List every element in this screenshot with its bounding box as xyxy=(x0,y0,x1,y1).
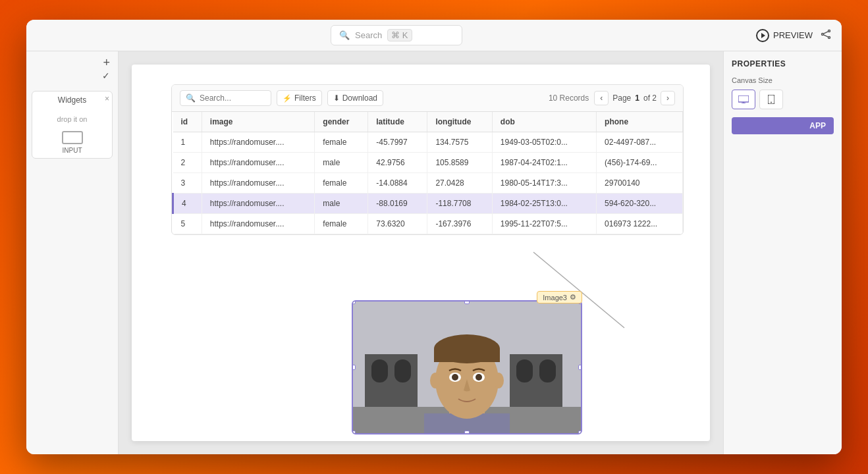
table-toolbar: 🔍 ⚡ Filters ⬇ Download xyxy=(172,85,683,112)
drop-hint: drop it on xyxy=(39,115,105,123)
page-label: Page xyxy=(612,93,631,103)
image-settings-icon[interactable]: ⚙ xyxy=(570,293,576,302)
image-label: Image3 xyxy=(543,294,567,302)
svg-line-4 xyxy=(824,31,828,33)
resize-handle-bot-center[interactable] xyxy=(464,431,470,434)
svg-line-5 xyxy=(824,34,828,36)
table-row[interactable]: 3https://randomuser....female-14.088427.… xyxy=(173,173,683,194)
svg-rect-12 xyxy=(516,359,533,382)
table-cell: female xyxy=(315,173,368,194)
table-cell: 2 xyxy=(173,153,202,173)
mobile-icon xyxy=(768,95,774,104)
search-shortcut: ⌘ K xyxy=(387,29,412,41)
table-cell: 1980-05-14T17:3... xyxy=(492,173,596,194)
table-cell: -45.7997 xyxy=(368,132,427,153)
svg-point-1 xyxy=(828,30,830,32)
svg-point-21 xyxy=(493,373,504,388)
table-row[interactable]: 5https://randomuser....female73.6320-167… xyxy=(173,214,683,234)
add-button[interactable]: + xyxy=(103,57,110,68)
table-cell: https://randomuser.... xyxy=(202,132,315,153)
table-cell: 105.8589 xyxy=(427,153,492,173)
desktop-size-button[interactable] xyxy=(732,90,755,109)
col-header-longitude: longitude xyxy=(427,112,492,132)
table-cell: https://randomuser.... xyxy=(202,194,315,214)
filter-button[interactable]: ⚡ Filters xyxy=(277,90,322,106)
top-bar-center: 🔍 Search ⌘ K xyxy=(331,25,462,45)
records-count: 10 Records xyxy=(549,93,589,103)
resize-handle-top-center[interactable] xyxy=(464,300,470,304)
svg-point-2 xyxy=(822,33,824,35)
canvas: 🔍 ⚡ Filters ⬇ Download xyxy=(132,65,710,441)
table-cell: 1995-11-22T07:5... xyxy=(492,214,596,234)
table-cell: 1 xyxy=(173,132,202,153)
content-area: 🔍 ⚡ Filters ⬇ Download xyxy=(119,51,723,454)
mobile-size-button[interactable] xyxy=(759,90,783,109)
search-placeholder: Search xyxy=(355,30,382,40)
table-cell: 016973 1222... xyxy=(597,214,683,234)
table-search-input[interactable] xyxy=(200,93,265,103)
properties-title: PROPERTIES xyxy=(732,59,834,68)
table-cell: (456)-174-69... xyxy=(597,153,683,173)
table-cell: -88.0169 xyxy=(368,194,427,214)
apply-button[interactable]: APP xyxy=(732,117,834,134)
col-header-id: id xyxy=(173,112,202,132)
share-icon[interactable] xyxy=(821,29,831,42)
table-search[interactable]: 🔍 xyxy=(180,90,271,106)
table-cell: 42.9756 xyxy=(368,153,427,173)
svg-point-30 xyxy=(771,102,772,103)
resize-handle-top-left[interactable] xyxy=(352,300,356,304)
table-toolbar-right: 10 Records ‹ Page 1 of 2 › xyxy=(549,91,675,105)
widgets-section: × Widgets drop it on INPUT xyxy=(26,86,118,164)
main-layout: + ✓ × Widgets drop it on INPUT xyxy=(26,51,842,454)
image-component: Image3 ⚙ xyxy=(352,300,582,434)
table-row[interactable]: 2https://randomuser....male42.9756105.85… xyxy=(173,153,683,173)
table-cell: male xyxy=(315,153,368,173)
resize-handle-bot-left[interactable] xyxy=(352,431,356,434)
data-table: id image gender latitude longitude dob p… xyxy=(172,112,683,234)
preview-label: PREVIEW xyxy=(773,30,813,40)
pagination: ‹ Page 1 of 2 › xyxy=(594,91,675,105)
preview-button[interactable]: PREVIEW xyxy=(756,29,813,42)
input-widget: INPUT xyxy=(39,131,105,154)
svg-rect-19 xyxy=(434,349,500,362)
input-widget-label: INPUT xyxy=(63,147,82,154)
col-header-gender: gender xyxy=(315,112,368,132)
desktop-icon xyxy=(738,95,749,103)
table-cell: https://randomuser.... xyxy=(202,173,315,194)
next-page-button[interactable]: › xyxy=(661,91,675,105)
download-button[interactable]: ⬇ Download xyxy=(327,90,383,106)
widgets-close-button[interactable]: × xyxy=(105,94,109,103)
widgets-label: Widgets xyxy=(39,95,105,105)
table-cell: 73.6320 xyxy=(368,214,427,234)
prev-page-button[interactable]: ‹ xyxy=(594,91,609,105)
image-frame[interactable] xyxy=(352,300,582,434)
input-widget-icon xyxy=(62,131,83,144)
table-row[interactable]: 1https://randomuser....female-45.7997134… xyxy=(173,132,683,153)
download-icon: ⬇ xyxy=(333,93,340,103)
current-page: 1 xyxy=(635,93,639,103)
table-cell: 134.7575 xyxy=(427,132,492,153)
table-cell: 29700140 xyxy=(597,173,683,194)
col-header-latitude: latitude xyxy=(368,112,427,132)
resize-handle-mid-left[interactable] xyxy=(352,365,356,370)
widgets-panel: × Widgets drop it on INPUT xyxy=(32,91,113,159)
search-box[interactable]: 🔍 Search ⌘ K xyxy=(331,25,462,45)
resize-handle-mid-right[interactable] xyxy=(578,365,582,370)
image-label-tag: Image3 ⚙ xyxy=(537,291,582,303)
total-pages: of 2 xyxy=(643,93,657,103)
table-cell: -167.3976 xyxy=(427,214,492,234)
main-window: 🔍 Search ⌘ K PREVIEW xyxy=(26,20,842,454)
table-cell: 02-4497-087... xyxy=(597,132,683,153)
image-placeholder xyxy=(353,302,581,433)
table-cell: -118.7708 xyxy=(427,194,492,214)
top-bar-right: PREVIEW xyxy=(756,29,831,42)
check-button[interactable]: ✓ xyxy=(102,71,110,80)
svg-point-20 xyxy=(430,373,441,388)
table-cell: female xyxy=(315,132,368,153)
preview-icon xyxy=(756,29,769,42)
resize-handle-bot-right[interactable] xyxy=(578,431,582,434)
table-toolbar-left: 🔍 ⚡ Filters ⬇ Download xyxy=(180,90,383,106)
svg-rect-9 xyxy=(371,359,388,382)
table-cell: male xyxy=(315,194,368,214)
table-row[interactable]: 4https://randomuser....male-88.0169-118.… xyxy=(173,194,683,214)
